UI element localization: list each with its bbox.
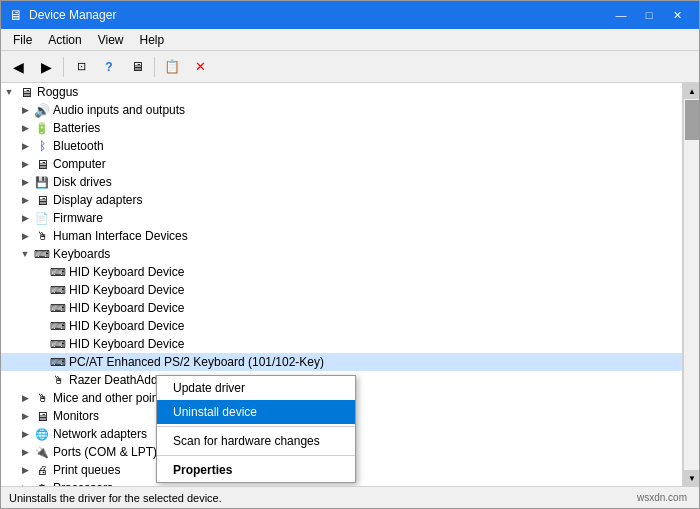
label-hid-kb1: HID Keyboard Device [69,265,184,279]
icon-audio: 🔊 [33,102,51,118]
tree-computer[interactable]: ▶ 🖥 Computer [1,155,682,173]
window-icon: 🖥 [9,7,23,23]
tree-hid-kb4[interactable]: ⌨ HID Keyboard Device [1,317,682,335]
icon-ports: 🔌 [33,444,51,460]
expand-disk: ▶ [17,177,33,187]
menu-help[interactable]: Help [132,31,173,49]
tree-hid-kb3[interactable]: ⌨ HID Keyboard Device [1,299,682,317]
label-network: Network adapters [53,427,147,441]
icon-bluetooth: ᛒ [33,138,51,154]
label-computer: Computer [53,157,106,171]
toolbar-display[interactable]: 🖥 [124,55,150,79]
tree-root[interactable]: ▼ 🖥 Roggus [1,83,682,101]
label-display: Display adapters [53,193,142,207]
tree-disk[interactable]: ▶ 💾 Disk drives [1,173,682,191]
close-button[interactable]: ✕ [663,1,691,29]
icon-hid: 🖱 [33,228,51,244]
icon-hid-kb4: ⌨ [49,318,67,334]
menu-bar: File Action View Help [1,29,699,51]
label-disk: Disk drives [53,175,112,189]
main-content: ▼ 🖥 Roggus ▶ 🔊 Audio inputs and outputs … [1,83,699,486]
window-title: Device Manager [29,8,116,22]
label-hid-kb5: HID Keyboard Device [69,337,184,351]
label-hid-kb3: HID Keyboard Device [69,301,184,315]
minimize-button[interactable]: — [607,1,635,29]
scrollbar-space [684,141,699,470]
toolbar-action2[interactable]: 📋 [159,55,185,79]
label-hid-kb2: HID Keyboard Device [69,283,184,297]
tree-batteries[interactable]: ▶ 🔋 Batteries [1,119,682,137]
tree-hid[interactable]: ▶ 🖱 Human Interface Devices [1,227,682,245]
label-pcat: PC/AT Enhanced PS/2 Keyboard (101/102-Ke… [69,355,324,369]
watermark: wsxdn.com [637,492,691,503]
expand-hid: ▶ [17,231,33,241]
scrollbar-down[interactable]: ▼ [684,470,699,486]
label-razer: Razer DeathAdd... [69,373,168,387]
expand-display: ▶ [17,195,33,205]
status-text: Uninstalls the driver for the selected d… [9,492,222,504]
label-monitors: Monitors [53,409,99,423]
scrollbar-up[interactable]: ▲ [684,83,699,99]
icon-batteries: 🔋 [33,120,51,136]
icon-hid-kb1: ⌨ [49,264,67,280]
icon-computer: 🖥 [17,84,35,100]
device-tree[interactable]: ▼ 🖥 Roggus ▶ 🔊 Audio inputs and outputs … [1,83,683,486]
icon-monitors: 🖥 [33,408,51,424]
menu-file[interactable]: File [5,31,40,49]
expand-batteries: ▶ [17,123,33,133]
toolbar-help[interactable]: ? [96,55,122,79]
tree-hid-kb1[interactable]: ⌨ HID Keyboard Device [1,263,682,281]
expand-bluetooth: ▶ [17,141,33,151]
ctx-properties[interactable]: Properties [157,458,355,482]
scrollbar-track[interactable]: ▲ ▼ [683,83,699,486]
toolbar-remove[interactable]: ✕ [187,55,213,79]
label-bluetooth: Bluetooth [53,139,104,153]
toolbar-forward[interactable]: ▶ [33,55,59,79]
icon-network: 🌐 [33,426,51,442]
menu-action[interactable]: Action [40,31,89,49]
expand-computer: ▶ [17,159,33,169]
icon-print: 🖨 [33,462,51,478]
label-batteries: Batteries [53,121,100,135]
tree-audio[interactable]: ▶ 🔊 Audio inputs and outputs [1,101,682,119]
expand-firmware: ▶ [17,213,33,223]
icon-firmware: 📄 [33,210,51,226]
maximize-button[interactable]: □ [635,1,663,29]
icon-pcat: ⌨ [49,354,67,370]
label-firmware: Firmware [53,211,103,225]
toolbar: ◀ ▶ ⊡ ? 🖥 📋 ✕ [1,51,699,83]
tree-display[interactable]: ▶ 🖥 Display adapters [1,191,682,209]
expand-ports: ▶ [17,447,33,457]
scrollbar-thumb[interactable] [685,100,699,140]
icon-keyboards: ⌨ [33,246,51,262]
ctx-scan-hardware[interactable]: Scan for hardware changes [157,429,355,453]
menu-view[interactable]: View [90,31,132,49]
toolbar-back[interactable]: ◀ [5,55,31,79]
title-bar-controls: — □ ✕ [607,1,691,29]
icon-disk: 💾 [33,174,51,190]
expand-print: ▶ [17,465,33,475]
label-processors: Processors [53,481,113,486]
ctx-update-driver[interactable]: Update driver [157,376,355,400]
tree-hid-kb5[interactable]: ⌨ HID Keyboard Device [1,335,682,353]
label-hid-kb4: HID Keyboard Device [69,319,184,333]
toolbar-sep-2 [154,57,155,77]
toolbar-properties[interactable]: ⊡ [68,55,94,79]
tree-firmware[interactable]: ▶ 📄 Firmware [1,209,682,227]
toolbar-sep-1 [63,57,64,77]
icon-computer2: 🖥 [33,156,51,172]
tree-bluetooth[interactable]: ▶ ᛒ Bluetooth [1,137,682,155]
label-print: Print queues [53,463,120,477]
label-root: Roggus [37,85,78,99]
icon-hid-kb2: ⌨ [49,282,67,298]
label-hid: Human Interface Devices [53,229,188,243]
tree-hid-kb2[interactable]: ⌨ HID Keyboard Device [1,281,682,299]
title-bar: 🖥 Device Manager — □ ✕ [1,1,699,29]
context-menu: Update driver Uninstall device Scan for … [156,375,356,483]
tree-pcat[interactable]: ⌨ PC/AT Enhanced PS/2 Keyboard (101/102-… [1,353,682,371]
expand-root: ▼ [1,87,17,97]
expand-audio: ▶ [17,105,33,115]
tree-keyboards[interactable]: ▼ ⌨ Keyboards [1,245,682,263]
ctx-uninstall-device[interactable]: Uninstall device [157,400,355,424]
title-bar-left: 🖥 Device Manager [9,7,116,23]
